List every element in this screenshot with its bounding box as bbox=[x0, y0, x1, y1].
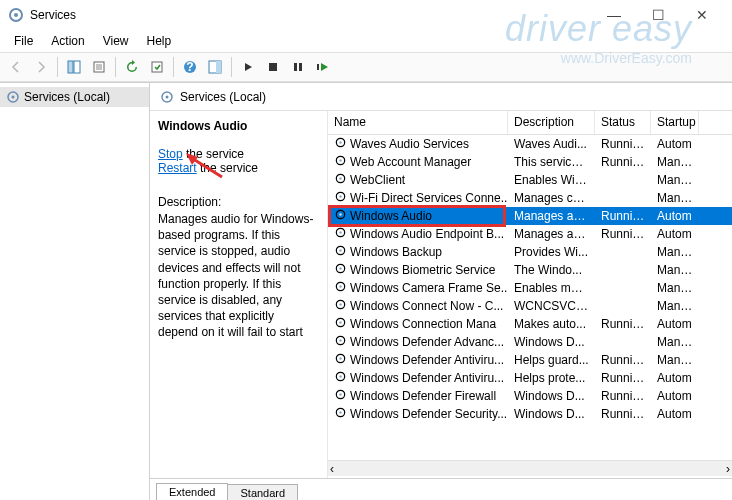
cell-status: Running bbox=[595, 406, 651, 422]
cell-status: Running bbox=[595, 352, 651, 368]
gear-icon bbox=[334, 172, 347, 188]
action-pane-button[interactable] bbox=[203, 55, 227, 79]
service-row[interactable]: Windows Defender Security...Windows D...… bbox=[328, 405, 732, 423]
gear-icon bbox=[334, 352, 347, 368]
column-description[interactable]: Description bbox=[508, 111, 595, 134]
cell-startup: Manua bbox=[651, 172, 699, 188]
svg-point-36 bbox=[339, 267, 341, 269]
cell-description: Enables Win... bbox=[508, 172, 595, 188]
gear-icon bbox=[334, 136, 347, 152]
service-row[interactable]: Windows Defender FirewallWindows D...Run… bbox=[328, 387, 732, 405]
pause-service-button[interactable] bbox=[286, 55, 310, 79]
service-row[interactable]: Windows Biometric ServiceThe Windo...Man… bbox=[328, 261, 732, 279]
help-button[interactable]: ? bbox=[178, 55, 202, 79]
cell-description: Waves Audi... bbox=[508, 136, 595, 152]
menu-help[interactable]: Help bbox=[139, 32, 180, 50]
stop-service-button[interactable] bbox=[261, 55, 285, 79]
cell-status: Running bbox=[595, 136, 651, 152]
menu-file[interactable]: File bbox=[6, 32, 41, 50]
refresh-button[interactable] bbox=[120, 55, 144, 79]
cell-startup: Manua bbox=[651, 190, 699, 206]
forward-button[interactable] bbox=[29, 55, 53, 79]
cell-startup: Autom bbox=[651, 226, 699, 242]
close-button[interactable]: ✕ bbox=[680, 1, 724, 29]
cell-status bbox=[595, 197, 651, 199]
service-row[interactable]: Windows BackupProvides Wi...Manua bbox=[328, 243, 732, 261]
service-row[interactable]: Windows Defender Antiviru...Helps prote.… bbox=[328, 369, 732, 387]
cell-startup: Manua bbox=[651, 244, 699, 260]
cell-name: Windows Defender Advanc... bbox=[328, 333, 508, 351]
separator bbox=[231, 57, 232, 77]
cell-startup: Autom bbox=[651, 406, 699, 422]
minimize-button[interactable]: — bbox=[592, 1, 636, 29]
cell-startup: Autom bbox=[651, 136, 699, 152]
service-row[interactable]: Waves Audio ServicesWaves Audi...Running… bbox=[328, 135, 732, 153]
svg-text:?: ? bbox=[186, 60, 193, 74]
tab-standard[interactable]: Standard bbox=[227, 484, 298, 500]
gear-icon bbox=[334, 298, 347, 314]
column-status[interactable]: Status bbox=[595, 111, 651, 134]
service-row[interactable]: Windows Audio Endpoint B...Manages au...… bbox=[328, 225, 732, 243]
gear-icon bbox=[334, 262, 347, 278]
start-service-button[interactable] bbox=[236, 55, 260, 79]
cell-startup: Autom bbox=[651, 316, 699, 332]
maximize-button[interactable]: ☐ bbox=[636, 1, 680, 29]
service-row[interactable]: Web Account ManagerThis service ...Runni… bbox=[328, 153, 732, 171]
horizontal-scrollbar[interactable]: ‹› bbox=[328, 460, 732, 476]
service-row[interactable]: Windows Connect Now - C...WCNCSVC ...Man… bbox=[328, 297, 732, 315]
cell-name: Windows Connect Now - C... bbox=[328, 297, 508, 315]
service-row[interactable]: Windows Defender Antiviru...Helps guard.… bbox=[328, 351, 732, 369]
cell-status bbox=[595, 251, 651, 253]
export-button[interactable] bbox=[145, 55, 169, 79]
restart-link[interactable]: Restart bbox=[158, 161, 197, 175]
tab-strip: Extended Standard bbox=[150, 478, 732, 500]
service-row[interactable]: WebClientEnables Win...Manua bbox=[328, 171, 732, 189]
service-row[interactable]: Windows Connection ManaMakes auto...Runn… bbox=[328, 315, 732, 333]
menu-action[interactable]: Action bbox=[43, 32, 92, 50]
cell-status: Running bbox=[595, 388, 651, 404]
properties-button[interactable] bbox=[87, 55, 111, 79]
cell-name: Windows Audio Endpoint B... bbox=[328, 225, 508, 243]
back-button[interactable] bbox=[4, 55, 28, 79]
svg-point-44 bbox=[339, 339, 341, 341]
svg-rect-14 bbox=[294, 63, 297, 71]
cell-status: Running bbox=[595, 316, 651, 332]
menu-view[interactable]: View bbox=[95, 32, 137, 50]
stop-link[interactable]: Stop bbox=[158, 147, 183, 161]
tree-item-services-local[interactable]: Services (Local) bbox=[0, 87, 149, 107]
svg-point-46 bbox=[339, 357, 341, 359]
svg-point-24 bbox=[339, 159, 341, 161]
column-startup[interactable]: Startup bbox=[651, 111, 699, 134]
menu-bar: File Action View Help bbox=[0, 30, 732, 52]
svg-point-42 bbox=[339, 321, 341, 323]
svg-point-20 bbox=[166, 95, 169, 98]
cell-status bbox=[595, 269, 651, 271]
service-row[interactable]: Windows Camera Frame Se...Enables mul...… bbox=[328, 279, 732, 297]
cell-description: WCNCSVC ... bbox=[508, 298, 595, 314]
svg-rect-15 bbox=[299, 63, 302, 71]
cell-description: Windows D... bbox=[508, 406, 595, 422]
svg-rect-3 bbox=[74, 61, 80, 73]
column-name[interactable]: Name bbox=[328, 111, 508, 134]
cell-description: Helps guard... bbox=[508, 352, 595, 368]
svg-point-32 bbox=[339, 231, 341, 233]
service-row[interactable]: Wi-Fi Direct Services Conne...Manages co… bbox=[328, 189, 732, 207]
service-row[interactable]: Windows Defender Advanc...Windows D...Ma… bbox=[328, 333, 732, 351]
cell-status bbox=[595, 287, 651, 289]
restart-service-button[interactable] bbox=[311, 55, 335, 79]
cell-name: Windows Connection Mana bbox=[328, 315, 508, 333]
service-row[interactable]: Windows AudioManages au...RunningAutom bbox=[328, 207, 732, 225]
description-text: Manages audio for Windows-based programs… bbox=[158, 211, 317, 341]
show-hide-tree-button[interactable] bbox=[62, 55, 86, 79]
cell-description: Helps prote... bbox=[508, 370, 595, 386]
cell-description: Windows D... bbox=[508, 388, 595, 404]
cell-description: Provides Wi... bbox=[508, 244, 595, 260]
selected-service-name: Windows Audio bbox=[158, 119, 317, 133]
cell-status bbox=[595, 179, 651, 181]
list-body[interactable]: Waves Audio ServicesWaves Audi...Running… bbox=[328, 135, 732, 460]
cell-startup: Manua bbox=[651, 154, 699, 170]
tab-extended[interactable]: Extended bbox=[156, 483, 228, 500]
cell-startup: Autom bbox=[651, 370, 699, 386]
cell-startup: Manua bbox=[651, 298, 699, 314]
title-bar: Services — ☐ ✕ bbox=[0, 0, 732, 30]
